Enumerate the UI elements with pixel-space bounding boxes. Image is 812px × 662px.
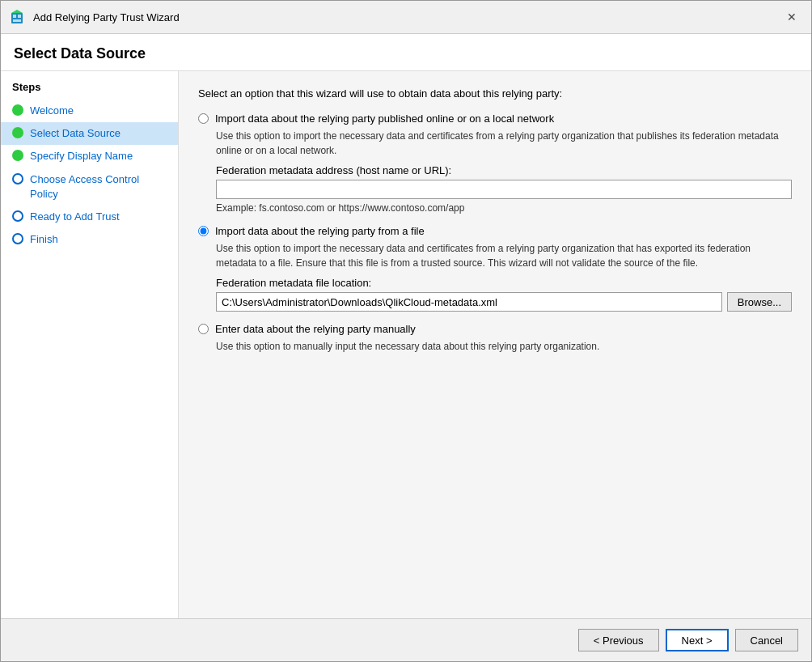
sidebar-item-choose-access-control[interactable]: Choose Access Control Policy — [1, 168, 178, 206]
browse-button[interactable]: Browse... — [727, 292, 792, 312]
file-input-row: Browse... — [216, 292, 792, 312]
previous-button[interactable]: < Previous — [578, 629, 659, 651]
page-header: Select Data Source — [1, 34, 811, 71]
option2-row: Import data about the relying party from… — [198, 225, 792, 237]
step-label-display-name: Specify Display Name — [30, 149, 133, 163]
step-dot-finish — [12, 233, 23, 244]
option2-radio[interactable] — [198, 226, 209, 236]
sidebar-title: Steps — [1, 81, 178, 100]
footer: < Previous Next > Cancel — [1, 618, 811, 661]
option2-container: Import data about the relying party from… — [198, 225, 792, 312]
step-dot-display-name — [12, 150, 23, 161]
close-button[interactable]: ✕ — [782, 7, 801, 27]
sidebar-item-welcome[interactable]: Welcome — [1, 100, 178, 122]
federation-metadata-file-input[interactable] — [216, 292, 722, 312]
section-intro: Select an option that this wizard will u… — [198, 87, 792, 100]
step-label-access-control: Choose Access Control Policy — [30, 172, 167, 202]
option2-label[interactable]: Import data about the relying party from… — [215, 225, 425, 237]
option1-field-label: Federation metadata address (host name o… — [216, 164, 792, 176]
title-bar-left: Add Relying Party Trust Wizard — [11, 9, 180, 25]
svg-rect-2 — [13, 15, 16, 18]
wizard-icon — [11, 9, 27, 25]
sidebar-item-finish[interactable]: Finish — [1, 228, 178, 251]
option3-label[interactable]: Enter data about the relying party manua… — [215, 323, 416, 335]
cancel-button[interactable]: Cancel — [735, 629, 798, 651]
federation-metadata-address-input[interactable] — [216, 180, 792, 199]
next-button[interactable]: Next > — [666, 629, 729, 651]
window-title: Add Relying Party Trust Wizard — [33, 11, 180, 23]
step-dot-select — [12, 127, 23, 138]
sidebar: Steps Welcome Select Data Source Specify… — [1, 71, 179, 618]
option3-desc: Use this option to manually input the ne… — [216, 339, 792, 354]
option2-field-label: Federation metadata file location: — [216, 277, 792, 289]
svg-rect-4 — [13, 19, 21, 22]
step-label-welcome: Welcome — [30, 104, 74, 118]
option1-container: Import data about the relying party publ… — [198, 112, 792, 214]
sidebar-item-specify-display-name[interactable]: Specify Display Name — [1, 145, 178, 168]
step-dot-access-control — [12, 173, 23, 185]
step-label-ready: Ready to Add Trust — [30, 210, 120, 224]
svg-marker-1 — [11, 10, 23, 13]
option1-label[interactable]: Import data about the relying party publ… — [215, 112, 554, 125]
option3-radio[interactable] — [198, 324, 209, 334]
option3-container: Enter data about the relying party manua… — [198, 323, 792, 354]
option3-row: Enter data about the relying party manua… — [198, 323, 792, 335]
option1-example: Example: fs.contoso.com or https://www.c… — [216, 202, 792, 214]
step-label-select: Select Data Source — [30, 126, 121, 141]
sidebar-item-ready-to-add[interactable]: Ready to Add Trust — [1, 206, 178, 228]
step-dot-ready — [12, 210, 23, 222]
option1-radio[interactable] — [198, 113, 209, 124]
svg-rect-0 — [11, 13, 23, 23]
step-dot-welcome — [12, 104, 23, 116]
step-label-finish: Finish — [30, 232, 58, 247]
option1-row: Import data about the relying party publ… — [198, 112, 792, 125]
content-area: Steps Welcome Select Data Source Specify… — [1, 71, 811, 618]
svg-rect-3 — [18, 15, 21, 18]
page-title: Select Data Source — [14, 45, 798, 62]
title-bar: Add Relying Party Trust Wizard ✕ — [1, 1, 811, 34]
option1-desc: Use this option to import the necessary … — [216, 129, 792, 158]
wizard-window: Add Relying Party Trust Wizard ✕ Select … — [0, 0, 812, 662]
sidebar-item-select-data-source[interactable]: Select Data Source — [1, 122, 178, 145]
option2-desc: Use this option to import the necessary … — [216, 241, 792, 270]
main-panel: Select an option that this wizard will u… — [179, 71, 811, 618]
